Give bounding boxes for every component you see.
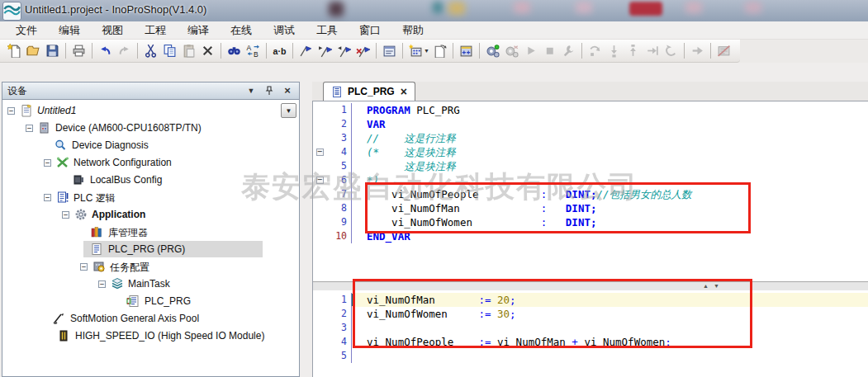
expander-icon[interactable]: − [44,159,51,167]
tree-item-network-configuration[interactable]: − Network Configuration [2,154,299,172]
redo-button[interactable] [115,41,134,60]
tab-close-icon[interactable]: × [401,87,407,96]
tree-item-localbus-config[interactable]: LocalBus Config [2,172,299,189]
declaration-editor[interactable]: 1 PROGRAM PLC_PRG 2 VAR 3 // 这是行注释 [313,101,868,281]
find-next-ab-button[interactable]: a·b [270,41,289,60]
panel-menu-icon[interactable]: ▼ [244,85,258,97]
step-into-button[interactable] [605,41,624,60]
impl-line-row[interactable]: 5 [313,349,868,363]
clear-bookmarks-button[interactable] [353,41,372,60]
next-bookmark-button[interactable] [315,41,334,60]
tree-item-task-configuration[interactable]: − 任务配置 [2,258,299,276]
tree-item-softmotion-axis-pool[interactable]: SoftMotion General Axis Pool [2,310,299,328]
decl-line-row[interactable]: 8 vi_NumOfMan : DINT; [313,201,868,215]
step-over-button[interactable] [586,41,605,60]
menu-debug[interactable]: 调试 [268,21,301,40]
decl-line-row[interactable]: − 4 (* 这是块注释 [313,145,868,159]
tree-item-project[interactable]: − Untitled1 [2,102,299,120]
tree-item-high-speed-io[interactable]: HIGH_SPEED_IO (High Speed IO Module) [2,328,299,345]
undo-button[interactable] [96,41,115,60]
impl-line-row[interactable]: 4 vi_NumOfPeople := vi_NumOfMan + vi_Num… [313,335,868,349]
login-button[interactable] [483,41,502,60]
properties-button[interactable] [380,41,399,60]
menu-file[interactable]: 文件 [10,21,43,40]
save-button[interactable] [43,41,62,60]
start-button[interactable] [521,41,540,60]
add-device-dropdown-icon[interactable]: ▼ [424,48,429,54]
decl-line-row[interactable]: 1 PROGRAM PLC_PRG [313,103,868,117]
title-bar: Untitled1.project - InoProShop(V1.4.0) [0,0,868,21]
print-button[interactable] [69,41,88,60]
app-logo-icon [2,2,21,21]
svg-text:B: B [254,50,259,58]
decl-line-row[interactable]: 3 // 这是行注释 [313,131,868,145]
panel-pin-icon[interactable] [263,85,276,97]
decl-line-row[interactable]: 5 这是块注释 [313,159,868,173]
logout-button[interactable] [502,41,521,60]
stop-button[interactable] [540,41,559,60]
step-out-button[interactable] [624,41,643,60]
menu-online[interactable]: 在线 [225,21,258,40]
menu-tools[interactable]: 工具 [311,21,344,40]
open-project-button[interactable] [24,41,43,60]
reset-button[interactable] [662,41,681,60]
run-to-cursor-button[interactable] [643,41,662,60]
new-project-button[interactable] [5,41,24,60]
splitter-collapse-down-icon[interactable]: ▼ [714,282,719,290]
tree-item-plc-logic[interactable]: − PLC 逻辑 [2,189,299,206]
expander-icon[interactable]: − [98,280,106,288]
decl-line-row[interactable]: 9 vi_NumOfWomen : DINT; [313,215,868,229]
expander-icon[interactable]: − [26,125,33,132]
tree-item-application[interactable]: − Application [2,206,299,224]
tree-item-maintask[interactable]: − MainTask [2,276,299,293]
fold-icon[interactable]: − [316,148,324,156]
impl-line-row[interactable]: 3 [313,321,868,335]
paste-button[interactable] [179,41,198,60]
decl-line-row[interactable]: 7 vi_NumOfPeople : DINT;//包括男女的总人数 [313,187,868,201]
previous-bookmark-button[interactable] [334,41,353,60]
fold-icon[interactable]: − [316,177,324,184]
tree-item-maintask-plc-prg[interactable]: PLC_PRG [2,293,299,310]
build-button[interactable] [457,41,476,60]
tab-plc-prg[interactable]: PLC_PRG × [323,82,415,101]
online-config-button[interactable] [559,41,578,60]
task-prg-icon [126,295,140,308]
copy-button[interactable] [160,41,179,60]
menu-help[interactable]: 帮助 [396,21,429,40]
find-button[interactable] [225,41,244,60]
tree-item-device-diagnosis[interactable]: Device Diagnosis [2,137,299,154]
expander-icon[interactable]: − [62,211,69,219]
impl-line-row[interactable]: 1 vi_NumOfMan := 20; [313,293,868,307]
svg-text:a·b: a·b [273,46,287,56]
decl-line-row[interactable]: 10 END_VAR [313,229,868,243]
impl-line-row[interactable]: 2 vi_NumOfWomen := 30; [313,307,868,321]
svg-text:A: A [247,44,252,52]
decl-line-row[interactable]: − 6 *) [313,173,868,187]
cut-button[interactable] [141,41,160,60]
menu-view[interactable]: 视图 [96,21,129,40]
delete-button[interactable] [198,41,217,60]
expander-icon[interactable]: − [44,194,51,201]
paste-object-button[interactable] [430,41,449,60]
menu-build[interactable]: 编译 [182,21,215,40]
panel-close-icon[interactable]: × [281,85,294,97]
menu-window[interactable]: 窗口 [353,21,387,40]
tree-item-library-manager[interactable]: 库管理器 [2,224,299,241]
menu-project[interactable]: 工程 [139,21,172,40]
tree-item-plc-prg[interactable]: PLC_PRG (PRG) [2,241,299,258]
toggle-bookmark-button[interactable] [296,41,315,60]
replace-button[interactable]: AB [244,41,263,60]
expander-icon[interactable]: − [80,263,88,271]
desktop-blob [745,2,761,13]
tree-item-device[interactable]: − Device (AM600-CPU1608TP/TN) [2,120,299,137]
menu-edit[interactable]: 编辑 [53,21,86,40]
flow-control-button[interactable] [714,41,733,60]
toolbar: AB a·b ▼ [0,40,868,63]
show-next-statement-button[interactable] [688,41,707,60]
line-number: 8 [326,201,351,215]
decl-line-row[interactable]: 2 VAR [313,117,868,131]
implementation-editor[interactable]: 1 vi_NumOfMan := 20; 2 vi_NumOfWomen := … [313,290,868,377]
splitter-collapse-up-icon[interactable]: ▲ [703,282,709,290]
add-device-button[interactable] [406,41,425,60]
expander-icon[interactable]: − [7,107,15,115]
